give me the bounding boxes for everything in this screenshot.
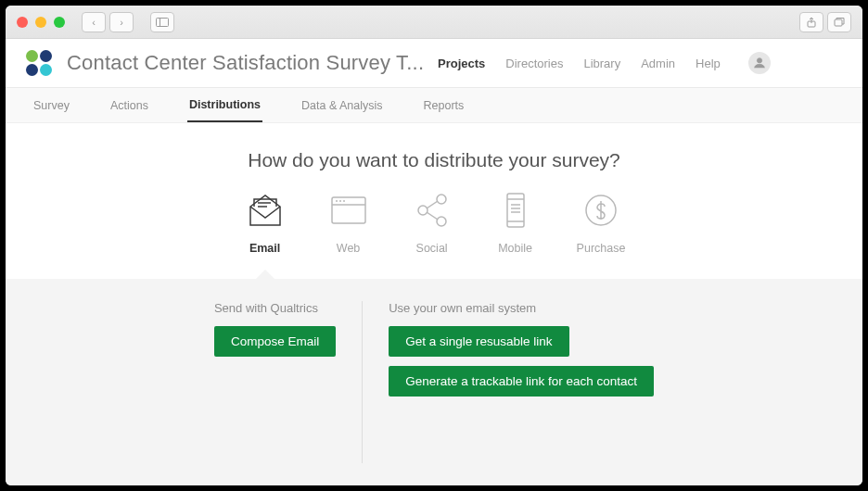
forward-button[interactable]: ›	[109, 12, 134, 32]
email-panel: Send with Qualtrics Compose Email Use yo…	[6, 279, 862, 485]
sidebar-toggle-button[interactable]	[150, 12, 174, 32]
distributions-content: How do you want to distribute your surve…	[6, 123, 862, 485]
nav-admin[interactable]: Admin	[641, 57, 675, 70]
svg-point-12	[418, 206, 428, 215]
tab-data-analysis[interactable]: Data & Analysis	[300, 90, 385, 121]
option-web[interactable]: Web	[326, 188, 371, 255]
nav-help[interactable]: Help	[696, 57, 721, 70]
back-button[interactable]: ‹	[82, 12, 106, 32]
single-link-button[interactable]: Get a single resusable link	[389, 326, 568, 357]
svg-point-13	[437, 195, 446, 204]
zoom-window-button[interactable]	[54, 17, 65, 28]
close-window-button[interactable]	[17, 17, 28, 28]
nav-back-forward: ‹ ›	[82, 12, 134, 32]
option-purchase-label: Purchase	[577, 242, 626, 255]
window-titlebar: ‹ ›	[6, 6, 862, 39]
tab-reports[interactable]: Reports	[422, 90, 466, 121]
panel-right-title: Use your own email system	[389, 301, 654, 315]
nav-projects[interactable]: Projects	[438, 57, 485, 70]
tab-distributions[interactable]: Distributions	[187, 89, 262, 122]
option-purchase[interactable]: Purchase	[577, 188, 626, 255]
compose-email-button[interactable]: Compose Email	[214, 326, 336, 357]
svg-point-4	[757, 58, 761, 63]
tab-actions[interactable]: Actions	[108, 90, 150, 121]
option-social[interactable]: Social	[410, 188, 454, 255]
mobile-icon	[493, 188, 538, 233]
distribution-options: Email Web	[6, 188, 862, 279]
svg-point-11	[343, 200, 345, 202]
project-tabs: Survey Actions Distributions Data & Anal…	[6, 88, 862, 123]
tab-survey[interactable]: Survey	[32, 90, 71, 121]
panel-col-qualtrics: Send with Qualtrics Compose Email	[188, 301, 363, 463]
question-heading: How do you want to distribute your surve…	[6, 123, 862, 188]
toolbar-right	[799, 12, 851, 32]
option-email-label: Email	[249, 242, 280, 255]
tabs-button[interactable]	[827, 12, 851, 32]
window-controls	[17, 17, 65, 28]
svg-rect-0	[157, 18, 169, 26]
top-nav: Projects Directories Library Admin Help	[438, 52, 771, 74]
svg-point-9	[336, 200, 338, 202]
trackable-link-button[interactable]: Generate a trackable link for each conta…	[389, 366, 654, 397]
svg-point-14	[437, 217, 446, 226]
svg-point-10	[339, 200, 341, 202]
app-header: Contact Center Satisfaction Survey T... …	[6, 39, 862, 88]
share-button[interactable]	[799, 12, 823, 32]
app-window: ‹ › Contact Center Satisfaction Survey T…	[6, 6, 862, 485]
nav-directories[interactable]: Directories	[505, 57, 563, 70]
purchase-icon	[579, 188, 623, 233]
qualtrics-logo	[26, 50, 52, 76]
option-email[interactable]: Email	[243, 188, 287, 255]
svg-rect-3	[835, 19, 842, 26]
user-avatar[interactable]	[748, 52, 771, 74]
panel-col-own-system: Use your own email system Get a single r…	[363, 301, 680, 463]
svg-line-15	[427, 201, 438, 208]
svg-line-16	[427, 212, 438, 220]
option-web-label: Web	[337, 242, 360, 255]
page-title: Contact Center Satisfaction Survey T...	[67, 51, 438, 75]
email-icon	[243, 188, 287, 233]
option-social-label: Social	[416, 242, 448, 255]
sidebar-toggle-group	[150, 12, 174, 32]
option-mobile-label: Mobile	[498, 242, 532, 255]
option-mobile[interactable]: Mobile	[493, 188, 538, 255]
email-panel-inner: Send with Qualtrics Compose Email Use yo…	[188, 301, 680, 463]
nav-library[interactable]: Library	[583, 57, 620, 70]
panel-left-title: Send with Qualtrics	[214, 301, 336, 315]
minimize-window-button[interactable]	[35, 17, 46, 28]
social-icon	[410, 188, 454, 233]
web-icon	[326, 188, 371, 233]
